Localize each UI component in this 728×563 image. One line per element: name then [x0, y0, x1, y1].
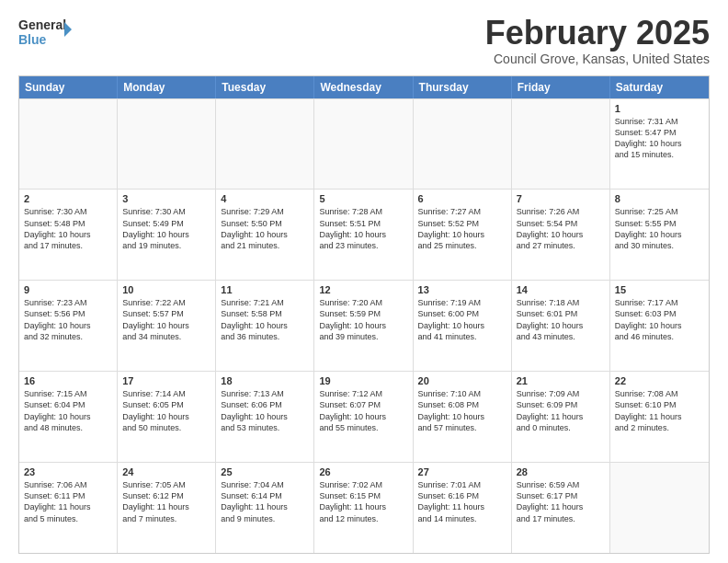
cell-text: Sunrise: 7:15 AM Sunset: 6:04 PM Dayligh…: [24, 388, 112, 433]
day-number: 8: [615, 193, 704, 204]
page-header: GeneralBlue February 2025 Council Grove,…: [18, 15, 710, 66]
calendar-cell: 20Sunrise: 7:10 AM Sunset: 6:08 PM Dayli…: [414, 372, 512, 462]
day-number: 11: [221, 284, 309, 295]
calendar-cell: 28Sunrise: 6:59 AM Sunset: 6:17 PM Dayli…: [512, 463, 610, 553]
day-number: 2: [24, 193, 112, 204]
day-number: 18: [221, 375, 309, 386]
cell-text: Sunrise: 7:10 AM Sunset: 6:08 PM Dayligh…: [418, 388, 506, 433]
cell-text: Sunrise: 7:17 AM Sunset: 6:03 PM Dayligh…: [615, 297, 704, 342]
cell-text: Sunrise: 7:31 AM Sunset: 5:47 PM Dayligh…: [615, 116, 704, 161]
cell-text: Sunrise: 7:06 AM Sunset: 6:11 PM Dayligh…: [24, 479, 112, 524]
cell-text: Sunrise: 7:26 AM Sunset: 5:54 PM Dayligh…: [517, 206, 605, 251]
cell-text: Sunrise: 6:59 AM Sunset: 6:17 PM Dayligh…: [517, 479, 605, 524]
calendar-cell: [314, 99, 413, 190]
cell-text: Sunrise: 7:29 AM Sunset: 5:50 PM Dayligh…: [221, 206, 309, 251]
calendar-cell: [610, 463, 709, 553]
calendar-header-cell: Wednesday: [314, 76, 413, 98]
day-number: 5: [319, 193, 407, 204]
calendar-cell: 5Sunrise: 7:28 AM Sunset: 5:51 PM Daylig…: [314, 190, 413, 280]
day-number: 24: [122, 466, 210, 477]
calendar-row: 23Sunrise: 7:06 AM Sunset: 6:11 PM Dayli…: [19, 462, 709, 553]
calendar-cell: 2Sunrise: 7:30 AM Sunset: 5:48 PM Daylig…: [19, 190, 118, 280]
svg-marker-2: [64, 22, 72, 37]
calendar-body: 1Sunrise: 7:31 AM Sunset: 5:47 PM Daylig…: [19, 98, 709, 553]
day-number: 9: [24, 284, 112, 295]
calendar: SundayMondayTuesdayWednesdayThursdayFrid…: [18, 75, 710, 554]
cell-text: Sunrise: 7:13 AM Sunset: 6:06 PM Dayligh…: [221, 388, 309, 433]
day-number: 27: [418, 466, 506, 477]
calendar-cell: 25Sunrise: 7:04 AM Sunset: 6:14 PM Dayli…: [216, 463, 314, 553]
cell-text: Sunrise: 7:20 AM Sunset: 5:59 PM Dayligh…: [319, 297, 407, 342]
calendar-cell: 17Sunrise: 7:14 AM Sunset: 6:05 PM Dayli…: [118, 372, 216, 462]
cell-text: Sunrise: 7:04 AM Sunset: 6:14 PM Dayligh…: [221, 479, 309, 524]
cell-text: Sunrise: 7:18 AM Sunset: 6:01 PM Dayligh…: [517, 297, 605, 342]
calendar-header-cell: Tuesday: [216, 76, 314, 98]
day-number: 14: [517, 284, 605, 295]
cell-text: Sunrise: 7:27 AM Sunset: 5:52 PM Dayligh…: [418, 206, 506, 251]
calendar-cell: 6Sunrise: 7:27 AM Sunset: 5:52 PM Daylig…: [414, 190, 512, 280]
calendar-cell: [414, 99, 512, 190]
calendar-cell: 10Sunrise: 7:22 AM Sunset: 5:57 PM Dayli…: [118, 281, 216, 371]
calendar-header-cell: Saturday: [610, 76, 709, 98]
cell-text: Sunrise: 7:22 AM Sunset: 5:57 PM Dayligh…: [122, 297, 210, 342]
calendar-cell: 8Sunrise: 7:25 AM Sunset: 5:55 PM Daylig…: [610, 190, 709, 280]
day-number: 28: [517, 466, 605, 477]
cell-text: Sunrise: 7:30 AM Sunset: 5:49 PM Dayligh…: [122, 206, 210, 251]
calendar-cell: 15Sunrise: 7:17 AM Sunset: 6:03 PM Dayli…: [610, 281, 709, 371]
day-number: 20: [418, 375, 506, 386]
calendar-cell: 22Sunrise: 7:08 AM Sunset: 6:10 PM Dayli…: [610, 372, 709, 462]
day-number: 16: [24, 375, 112, 386]
day-number: 26: [319, 466, 407, 477]
day-number: 19: [319, 375, 407, 386]
calendar-cell: 9Sunrise: 7:23 AM Sunset: 5:56 PM Daylig…: [19, 281, 118, 371]
logo-icon: GeneralBlue: [18, 15, 74, 48]
cell-text: Sunrise: 7:19 AM Sunset: 6:00 PM Dayligh…: [418, 297, 506, 342]
calendar-cell: [118, 99, 216, 190]
cell-text: Sunrise: 7:02 AM Sunset: 6:15 PM Dayligh…: [319, 479, 407, 524]
svg-text:Blue: Blue: [18, 32, 47, 47]
calendar-row: 2Sunrise: 7:30 AM Sunset: 5:48 PM Daylig…: [19, 189, 709, 280]
calendar-cell: 11Sunrise: 7:21 AM Sunset: 5:58 PM Dayli…: [216, 281, 314, 371]
calendar-cell: [512, 99, 610, 190]
calendar-header: SundayMondayTuesdayWednesdayThursdayFrid…: [19, 76, 709, 98]
calendar-row: 16Sunrise: 7:15 AM Sunset: 6:04 PM Dayli…: [19, 371, 709, 462]
calendar-cell: 21Sunrise: 7:09 AM Sunset: 6:09 PM Dayli…: [512, 372, 610, 462]
title-block: February 2025 Council Grove, Kansas, Uni…: [485, 15, 710, 66]
calendar-cell: [216, 99, 314, 190]
logo: GeneralBlue: [18, 15, 74, 48]
calendar-header-cell: Monday: [118, 76, 216, 98]
calendar-header-cell: Thursday: [414, 76, 512, 98]
calendar-cell: [19, 99, 118, 190]
day-number: 25: [221, 466, 309, 477]
calendar-row: 1Sunrise: 7:31 AM Sunset: 5:47 PM Daylig…: [19, 98, 709, 190]
calendar-cell: 1Sunrise: 7:31 AM Sunset: 5:47 PM Daylig…: [610, 99, 709, 190]
cell-text: Sunrise: 7:14 AM Sunset: 6:05 PM Dayligh…: [122, 388, 210, 433]
calendar-cell: 27Sunrise: 7:01 AM Sunset: 6:16 PM Dayli…: [414, 463, 512, 553]
calendar-header-cell: Sunday: [19, 76, 118, 98]
cell-text: Sunrise: 7:12 AM Sunset: 6:07 PM Dayligh…: [319, 388, 407, 433]
day-number: 3: [122, 193, 210, 204]
day-number: 7: [517, 193, 605, 204]
cell-text: Sunrise: 7:01 AM Sunset: 6:16 PM Dayligh…: [418, 479, 506, 524]
calendar-row: 9Sunrise: 7:23 AM Sunset: 5:56 PM Daylig…: [19, 280, 709, 371]
calendar-cell: 26Sunrise: 7:02 AM Sunset: 6:15 PM Dayli…: [314, 463, 413, 553]
cell-text: Sunrise: 7:28 AM Sunset: 5:51 PM Dayligh…: [319, 206, 407, 251]
svg-text:General: General: [18, 17, 66, 32]
calendar-cell: 16Sunrise: 7:15 AM Sunset: 6:04 PM Dayli…: [19, 372, 118, 462]
calendar-cell: 14Sunrise: 7:18 AM Sunset: 6:01 PM Dayli…: [512, 281, 610, 371]
calendar-header-cell: Friday: [512, 76, 610, 98]
cell-text: Sunrise: 7:30 AM Sunset: 5:48 PM Dayligh…: [24, 206, 112, 251]
day-number: 17: [122, 375, 210, 386]
cell-text: Sunrise: 7:21 AM Sunset: 5:58 PM Dayligh…: [221, 297, 309, 342]
day-number: 15: [615, 284, 704, 295]
calendar-cell: 24Sunrise: 7:05 AM Sunset: 6:12 PM Dayli…: [118, 463, 216, 553]
calendar-cell: 7Sunrise: 7:26 AM Sunset: 5:54 PM Daylig…: [512, 190, 610, 280]
cell-text: Sunrise: 7:25 AM Sunset: 5:55 PM Dayligh…: [615, 206, 704, 251]
day-number: 22: [615, 375, 704, 386]
day-number: 4: [221, 193, 309, 204]
day-number: 12: [319, 284, 407, 295]
calendar-cell: 4Sunrise: 7:29 AM Sunset: 5:50 PM Daylig…: [216, 190, 314, 280]
day-number: 23: [24, 466, 112, 477]
calendar-cell: 3Sunrise: 7:30 AM Sunset: 5:49 PM Daylig…: [118, 190, 216, 280]
calendar-cell: 19Sunrise: 7:12 AM Sunset: 6:07 PM Dayli…: [314, 372, 413, 462]
